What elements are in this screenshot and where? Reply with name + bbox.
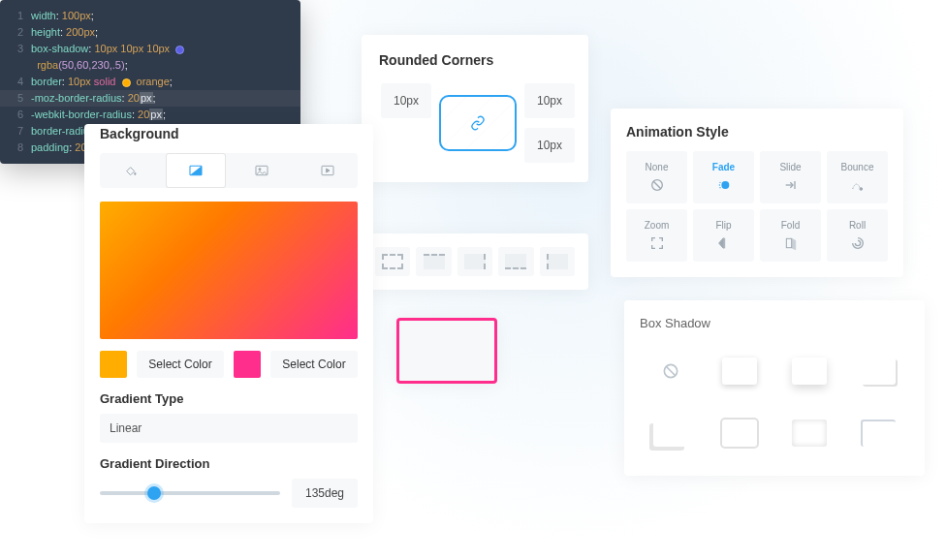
anim-fade-button[interactable]: Fade: [693, 151, 754, 203]
zoom-icon: [649, 234, 665, 252]
code-line-3: 3box-shadow: 10px 10px 10px: [10, 41, 291, 57]
gradient-direction-input[interactable]: 135deg: [292, 479, 358, 508]
gradient-direction-row: 135deg: [100, 479, 358, 508]
animation-style-title: Animation Style: [626, 124, 888, 140]
corner-bottom-right-input[interactable]: 10px: [524, 128, 575, 163]
none-icon: [649, 176, 665, 194]
bg-tab-color[interactable]: [100, 153, 160, 188]
svg-rect-10: [786, 238, 791, 247]
svg-point-5: [721, 181, 729, 189]
gradient-preview: [100, 202, 358, 339]
svg-point-2: [259, 169, 261, 171]
border-all-button[interactable]: [375, 247, 410, 276]
anim-fade-label: Fade: [712, 162, 735, 172]
slider-thumb[interactable]: [147, 486, 161, 500]
anim-flip-button[interactable]: Flip: [693, 209, 754, 262]
fade-icon: [716, 176, 732, 194]
gradient-direction-slider[interactable]: [100, 491, 280, 495]
code-line-3b: rgba(50,60,230,.5);: [10, 57, 291, 74]
image-icon: [254, 163, 269, 178]
rounded-corners-panel: Rounded Corners 10px 10px 10px: [362, 35, 588, 182]
bg-tab-gradient[interactable]: [166, 153, 226, 188]
border-right-button[interactable]: [457, 247, 492, 276]
video-icon: [320, 163, 335, 178]
shadow-option-4[interactable]: [640, 406, 702, 460]
color-swatch-dot: [122, 78, 131, 87]
bg-tab-video[interactable]: [298, 153, 358, 188]
anim-roll-label: Roll: [849, 220, 866, 231]
svg-point-6: [719, 181, 720, 182]
anim-flip-label: Flip: [715, 220, 731, 231]
code-line-5: 5-moz-border-radius: 20px;: [10, 90, 291, 107]
gradient-icon: [188, 163, 204, 178]
anim-fold-label: Fold: [781, 220, 800, 231]
corner-bottom-left-input[interactable]: [381, 128, 431, 163]
anim-roll-button[interactable]: Roll: [827, 209, 888, 262]
gradient-type-label: Gradient Type: [100, 391, 358, 406]
select-end-color-button[interactable]: Select Color: [270, 351, 358, 378]
anim-fold-button[interactable]: Fold: [760, 209, 821, 262]
box-shadow-panel: Box Shadow: [624, 300, 925, 476]
shadow-option-3[interactable]: [848, 344, 910, 398]
svg-point-9: [860, 187, 863, 190]
corner-top-left-input[interactable]: 10px: [381, 83, 431, 118]
gradient-color-row: Select Color Select Color: [100, 351, 358, 378]
box-shadow-title: Box Shadow: [640, 316, 909, 330]
anim-none-label: None: [646, 162, 669, 172]
background-panel: Background Select Color Select Color Gra…: [84, 124, 373, 523]
corner-inputs: 10px 10px 10px: [379, 81, 571, 165]
corner-top-right-input[interactable]: 10px: [524, 83, 575, 118]
svg-point-8: [719, 187, 720, 188]
corner-preview-box[interactable]: [439, 95, 517, 151]
border-left-button[interactable]: [540, 247, 575, 276]
animation-grid: None Fade Slide Bounce Zoom Flip Fold R: [626, 151, 888, 262]
svg-point-7: [718, 184, 719, 185]
gradient-direction-label: Gradient Direction: [100, 456, 358, 471]
code-line-1: 1width: 100px;: [10, 8, 291, 24]
gradient-type-select[interactable]: Linear: [100, 414, 358, 443]
bounce-icon: [850, 176, 866, 194]
shadow-none-button[interactable]: [640, 344, 702, 398]
background-title: Background: [100, 124, 358, 153]
border-preview-box: [396, 318, 497, 384]
background-type-tabs: [100, 153, 358, 188]
shadow-option-1[interactable]: [710, 344, 772, 398]
border-top-button[interactable]: [416, 247, 451, 276]
border-bottom-button[interactable]: [498, 247, 533, 276]
anim-zoom-label: Zoom: [645, 220, 670, 231]
gradient-start-swatch[interactable]: [100, 351, 127, 378]
shadow-option-7[interactable]: [848, 406, 910, 460]
link-icon: [470, 115, 486, 131]
color-swatch-dot: [175, 46, 184, 54]
none-icon: [661, 361, 680, 381]
rounded-corners-title: Rounded Corners: [379, 52, 571, 68]
anim-slide-label: Slide: [779, 162, 801, 172]
fold-icon: [783, 234, 799, 252]
bg-tab-image[interactable]: [232, 153, 292, 188]
shadow-option-2[interactable]: [778, 344, 840, 398]
code-line-6: 6-webkit-border-radius: 20px;: [10, 107, 291, 123]
animation-style-panel: Animation Style None Fade Slide Bounce Z…: [611, 109, 903, 277]
anim-bounce-button[interactable]: Bounce: [827, 151, 888, 203]
shadow-options-grid: [640, 344, 909, 460]
slide-icon: [783, 176, 799, 194]
select-start-color-button[interactable]: Select Color: [137, 351, 224, 378]
border-side-picker: [362, 233, 588, 290]
anim-zoom-button[interactable]: Zoom: [626, 209, 687, 262]
anim-none-button[interactable]: None: [626, 151, 687, 203]
code-line-4: 4border: 10px solid orange;: [10, 74, 291, 90]
shadow-option-5[interactable]: [710, 406, 772, 460]
roll-icon: [850, 234, 866, 252]
gradient-end-swatch[interactable]: [234, 351, 261, 378]
code-line-2: 2height: 200px;: [10, 24, 291, 41]
flip-icon: [716, 234, 732, 252]
anim-slide-button[interactable]: Slide: [760, 151, 821, 203]
paint-bucket-icon: [122, 163, 138, 178]
shadow-option-6[interactable]: [778, 406, 840, 460]
anim-bounce-label: Bounce: [841, 162, 874, 172]
